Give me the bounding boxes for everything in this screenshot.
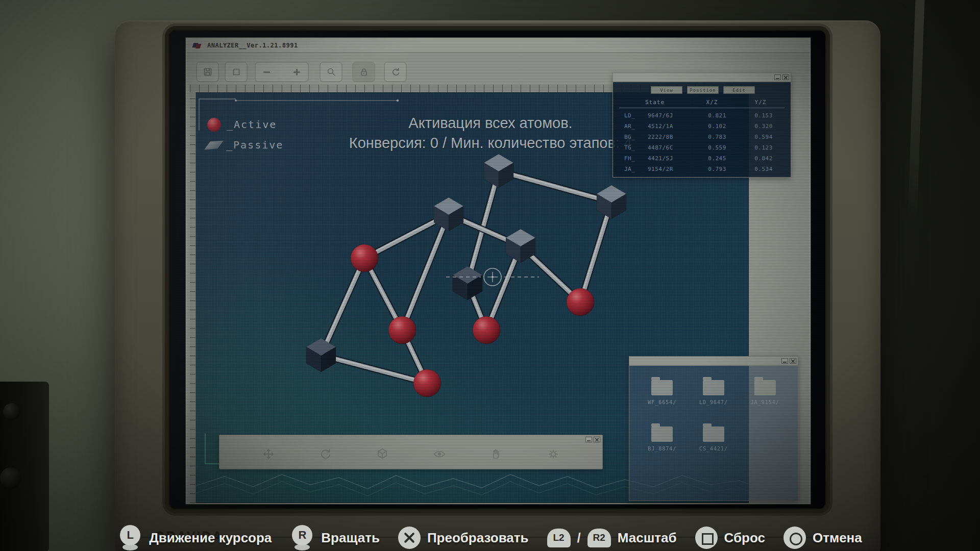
shape-button[interactable]	[225, 62, 248, 82]
control-hint: Преобразовать	[398, 527, 529, 549]
table-tabs: View Position Edit	[651, 86, 791, 94]
folder-item[interactable]: LD_9647/	[688, 380, 740, 405]
left-stick-icon: L	[118, 525, 142, 550]
stick-ball: R	[292, 525, 312, 545]
lock-icon	[359, 67, 369, 77]
folder-grid: WF_6654/LD_9647/JA_9154/BJ_8874/CS_4421/	[629, 366, 798, 452]
legend: _Active _Passive	[207, 116, 283, 153]
reset-button[interactable]	[384, 62, 407, 82]
tool-visibility-button[interactable]	[432, 446, 447, 462]
control-hint-label: Сброс	[724, 530, 765, 546]
minimize-icon[interactable]	[781, 358, 788, 364]
folder-item[interactable]: JA_9154/	[739, 380, 791, 405]
table-cell: 0.559	[693, 144, 742, 151]
folder-item[interactable]: WF_6654/	[636, 380, 688, 405]
folder-icon	[651, 427, 673, 442]
tab-view[interactable]: View	[651, 86, 682, 94]
tool-rotate-button[interactable]	[318, 446, 333, 462]
equipment-knob	[0, 467, 21, 489]
table-cell: 4512/1A	[648, 123, 693, 130]
folder-item[interactable]: CS_4421/	[688, 427, 740, 452]
folder-label: LD_9647/	[688, 399, 740, 405]
column-yz: Y/Z	[739, 99, 782, 106]
minimize-icon[interactable]	[774, 74, 781, 80]
folder-icon	[703, 427, 724, 442]
table-cell: 9647/6J	[648, 112, 693, 119]
table-cell: 0.320	[742, 123, 786, 130]
atom-cube[interactable]	[597, 185, 626, 219]
magnifier-button[interactable]	[320, 62, 342, 82]
control-hint-label: Масштаб	[618, 530, 677, 546]
tool-settings-button[interactable]	[546, 446, 561, 462]
table-header: State X/Z Y/Z	[613, 99, 791, 106]
zoom-control[interactable]	[255, 62, 309, 82]
eye-icon	[433, 447, 446, 461]
atom-cube[interactable]	[484, 154, 513, 188]
atom-sphere[interactable]	[351, 244, 378, 272]
rotate-icon	[319, 447, 332, 461]
table-row[interactable]: LD_9647/6J0.8210.153	[613, 110, 791, 121]
magnifier-icon	[326, 67, 336, 77]
table-cell: 0.594	[742, 134, 786, 140]
table-row[interactable]: JA_9154/2R0.7930.534	[613, 164, 791, 174]
atom-cube[interactable]	[306, 338, 336, 372]
control-hint: L2/R2Масштаб	[547, 529, 677, 547]
table-row[interactable]: AR_4512/1A0.1020.320	[613, 121, 791, 132]
control-hint: Отмена	[783, 527, 862, 549]
l2-trigger-icon: L2	[547, 529, 571, 547]
app-title-bar[interactable]: ANALYZER__Ver.1.21.8991	[187, 39, 810, 53]
passive-atom-icon	[204, 140, 223, 149]
close-icon[interactable]	[782, 74, 789, 80]
atom-sphere[interactable]	[473, 316, 500, 344]
table-cell: AR_	[624, 123, 648, 130]
box-icon	[376, 447, 389, 461]
legend-active-row: _Active	[207, 116, 283, 133]
minimize-icon[interactable]	[585, 437, 592, 442]
shape-icon	[231, 67, 241, 77]
objective-line1: Активация всех атомов.	[327, 113, 654, 133]
table-cell: 0.793	[693, 166, 742, 172]
control-hint: RВращать	[290, 525, 380, 550]
scene: ANALYZER__Ver.1.21.8991	[0, 0, 980, 551]
atom-cube[interactable]	[434, 197, 463, 231]
table-cell: JA_	[624, 166, 648, 172]
table-row[interactable]: BG_2222/8B0.7830.594	[613, 132, 791, 142]
tool-strip-titlebar[interactable]	[585, 437, 600, 442]
atom-sphere[interactable]	[388, 316, 416, 344]
table-cell: 4421/5J	[648, 155, 693, 162]
tool-pan-button[interactable]	[488, 446, 504, 462]
tab-position[interactable]: Position	[687, 86, 719, 94]
lock-button[interactable]	[352, 62, 375, 82]
objective-line2: Конверсия: 0 / Мин. количество этапов: 4	[327, 133, 654, 153]
save-button[interactable]	[196, 62, 219, 82]
atom-sphere[interactable]	[413, 369, 441, 397]
tool-object-button[interactable]	[375, 446, 390, 462]
folder-item[interactable]: BJ_8874/	[636, 427, 688, 452]
close-icon[interactable]	[790, 358, 796, 364]
reset-icon	[390, 67, 401, 77]
folder-icon	[703, 380, 724, 395]
atom-cube[interactable]	[453, 266, 482, 300]
table-rows: LD_9647/6J0.8210.153AR_4512/1A0.1020.320…	[613, 110, 791, 174]
active-atom-icon	[207, 118, 221, 132]
atom-sphere[interactable]	[567, 288, 594, 316]
legend-passive-label: _Passive	[226, 139, 283, 151]
table-cell: TG_	[624, 144, 648, 151]
tab-edit[interactable]: Edit	[723, 86, 755, 94]
table-cell: FH_	[624, 155, 648, 162]
zoom-out-icon[interactable]	[263, 71, 270, 73]
folders-window-titlebar[interactable]	[629, 357, 798, 366]
close-icon[interactable]	[594, 437, 600, 442]
table-cell: 2222/8B	[648, 134, 693, 140]
table-row[interactable]: TG_4487/6C0.5590.123	[613, 142, 791, 153]
legend-active-label: _Active	[227, 118, 277, 131]
tool-move-button[interactable]	[261, 446, 276, 462]
table-row[interactable]: FH_4421/5J0.2450.842	[613, 153, 791, 164]
slash-separator: /	[577, 530, 581, 546]
table-cell: 0.821	[693, 112, 742, 119]
tool-strip-window	[219, 435, 603, 469]
zoom-in-icon[interactable]	[293, 69, 300, 76]
table-window-titlebar[interactable]	[613, 73, 791, 82]
tool-strip-icons	[219, 446, 602, 462]
control-hint-label: Движение курсора	[149, 530, 272, 546]
